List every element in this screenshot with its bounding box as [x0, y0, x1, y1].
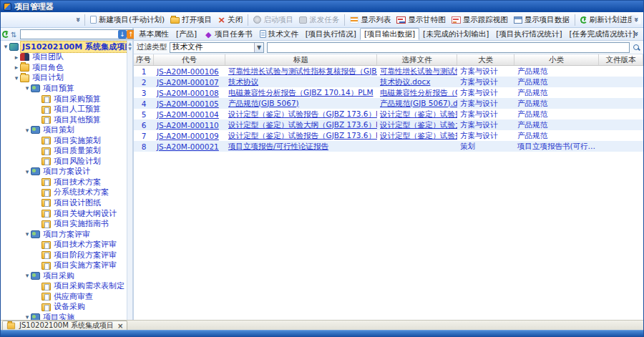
show-list-button[interactable]: 显示列表: [347, 14, 394, 26]
close-button[interactable]: 关闭: [215, 14, 245, 26]
collapse-arrow-icon[interactable]: ▾: [2, 43, 9, 50]
collapse-arrow-icon[interactable]: ▾: [24, 127, 31, 134]
new-project-button[interactable]: 新建项目(手动计划): [87, 14, 167, 26]
table-cell[interactable]: JS-A20M-000109: [154, 132, 225, 140]
table-cell[interactable]: 产品规范(GJB 5067).docx: [377, 99, 457, 109]
table-cell[interactable]: JS-A20M-000104: [154, 110, 225, 119]
table-cell[interactable]: JS-A20M-000107: [154, 78, 225, 87]
table-cell[interactable]: 项目立项报告/可行性论证报告: [225, 142, 377, 152]
table-cell[interactable]: 产品规范(GJB 5067): [225, 99, 377, 109]
tree-item[interactable]: ▾项目策划: [1, 124, 132, 135]
chevron-down-icon[interactable]: ▼: [254, 43, 263, 52]
tree-item[interactable]: ▾项目实施: [1, 312, 132, 320]
tree-item[interactable]: 项目采购预算: [1, 94, 132, 104]
tree-item[interactable]: 项目采购需求表制定: [1, 281, 132, 292]
column-header[interactable]: 文件版本: [599, 54, 643, 65]
table-cell[interactable]: 技术协议.docx: [377, 77, 457, 87]
tree-search-input[interactable]: [21, 30, 118, 39]
tree-item[interactable]: 项目技术方案评审: [1, 239, 132, 250]
table-row[interactable]: 8JS-A20M-000021项目立项报告/可行性论证报告策划项目立项报告书(可…: [134, 141, 643, 152]
show-gantt-button[interactable]: 显示甘特图: [394, 14, 449, 26]
expand-arrow-icon[interactable]: ▸: [13, 64, 20, 71]
tree-item[interactable]: 供应商审查: [1, 291, 132, 302]
tree-item[interactable]: 项目风险计划: [1, 156, 132, 167]
tree-item[interactable]: ▾项目方案评审: [1, 229, 132, 240]
collapse-arrow-icon[interactable]: ▾: [13, 74, 20, 82]
table-cell[interactable]: 电磁兼容性分析报告（GJBZ 170.14）PLM: [225, 88, 377, 98]
table-cell[interactable]: JS-A20M-000106: [154, 67, 225, 76]
tab-basic-properties[interactable]: 基本属性: [135, 28, 172, 40]
column-header[interactable]: 大类: [457, 54, 514, 65]
table-row[interactable]: 3JS-A20M-000108电磁兼容性分析报告（GJBZ 170.14）PLM…: [134, 87, 643, 98]
tree-refresh-icon[interactable]: [2, 31, 9, 38]
tree-item[interactable]: ▾项目计划: [1, 73, 132, 84]
search-next-icon[interactable]: ↓: [118, 30, 127, 39]
table-cell[interactable]: 设计定型（鉴定）试验大纲（GJBZ 173.6）PLM: [225, 120, 377, 130]
tab-project-output-data[interactable]: [项目输出数据]: [360, 28, 419, 40]
tab-execution-statistics[interactable]: [项目执行情况统计]: [492, 28, 565, 40]
table-row[interactable]: 1JS-A20M-000106可靠性增长试验与测试性指标复核报告（GJBZ 17…: [134, 66, 643, 77]
table-cell[interactable]: 技术协议: [225, 77, 377, 87]
table-row[interactable]: 4JS-A20M-000105产品规范(GJB 5067)产品规范(GJB 50…: [134, 98, 643, 109]
table-row[interactable]: 6JS-A20M-000110设计定型（鉴定）试验大纲（GJBZ 173.6）P…: [134, 119, 643, 130]
tree-item[interactable]: 项目设计图纸: [1, 197, 132, 208]
tree-item[interactable]: 项目阶段方案评审: [1, 250, 132, 260]
expand-arrow-icon[interactable]: ▸: [13, 54, 20, 61]
table-row[interactable]: 7JS-A20M-000109设计定型（鉴定）试验报告（GJBZ 173.6）P…: [134, 130, 643, 141]
collapse-arrow-icon[interactable]: ▾: [24, 313, 31, 320]
tree-item[interactable]: 项目关键大纲设计: [1, 208, 132, 219]
close-project-tab-icon[interactable]: ×: [117, 322, 123, 330]
tab-unfinished-plan-output[interactable]: [未完成的计划输出]: [419, 28, 492, 40]
tree-item[interactable]: 项目其他预算: [1, 114, 132, 125]
refresh-plan-progress-button[interactable]: 刷新计划进度: [577, 14, 638, 26]
tab-task-completion-statistics[interactable]: [任务完成情况统计]: [566, 28, 639, 40]
tab-product[interactable]: [产品]: [172, 28, 200, 40]
tree-item[interactable]: 项目人工预算: [1, 104, 132, 114]
tabs-overflow-chevron-icon[interactable]: »: [632, 30, 641, 39]
tree-item[interactable]: 分系统技术方案: [1, 187, 132, 198]
open-project-button[interactable]: 打开项目: [167, 14, 215, 26]
filter-search-input[interactable]: [267, 42, 630, 53]
table-cell[interactable]: 设计定型（鉴定）试验报告（GJBZ 1…: [377, 109, 457, 119]
table-cell[interactable]: JS-A20M-000021: [154, 142, 225, 151]
tree-item[interactable]: ▾项目预算: [1, 83, 132, 94]
tree-item[interactable]: 项目实施指南书: [1, 218, 132, 229]
table-cell[interactable]: JS-A20M-000110: [154, 121, 225, 130]
table-cell[interactable]: 设计定型（鉴定）试验报告（GJBZ 173.6）PLM: [225, 131, 377, 141]
tree-item[interactable]: 项目实施方案评审: [1, 260, 132, 270]
table-cell[interactable]: 可靠性增长试验与测试性指标复核报告（GJBZ 178.13）PLM: [225, 67, 377, 77]
tree-item[interactable]: 项目实施策划: [1, 135, 132, 146]
tree-item[interactable]: 项目质量策划: [1, 145, 132, 156]
tree-scrollbar[interactable]: ▲▼: [127, 41, 132, 320]
column-header[interactable]: 小类: [514, 54, 599, 65]
tree-collapse-all-icon[interactable]: [11, 30, 19, 38]
tree-item[interactable]: ▾项目方案设计: [1, 167, 132, 177]
tree-item[interactable]: ▸项目角色: [1, 62, 132, 73]
show-trace-view-button[interactable]: 显示跟踪视图: [449, 14, 511, 26]
table-cell[interactable]: 可靠性增长试验与测试性指标复…: [377, 67, 457, 77]
column-header[interactable]: 标题: [225, 54, 377, 65]
table-row[interactable]: 2JS-A20M-000107技术协议技术协议.docx方案与设计产品规范: [134, 77, 643, 87]
collapse-arrow-icon[interactable]: ▾: [24, 84, 31, 92]
table-cell[interactable]: 设计定型（鉴定）试验报告（GJBZ 173.6）PLM: [225, 109, 377, 119]
collapse-arrow-icon[interactable]: ▾: [24, 272, 31, 279]
tree-item[interactable]: ▾JS10202100M 系统集成项目: [1, 41, 132, 52]
toolbar-overflow-chevron-icon[interactable]: »: [632, 16, 641, 24]
tree-item[interactable]: 设备采购: [1, 302, 132, 313]
table-cell[interactable]: 设计定型（鉴定）试验报告（GJBZ 1…: [377, 131, 457, 141]
open-project-tab[interactable]: JS10202100M 系统集成项目 ×: [2, 321, 127, 330]
tab-tech-document[interactable]: 技术文件: [256, 28, 302, 40]
show-project-data-button[interactable]: 显示项目数据: [511, 14, 572, 26]
table-row[interactable]: 5JS-A20M-000104设计定型（鉴定）试验报告（GJBZ 173.6）P…: [134, 109, 643, 119]
table-cell[interactable]: 电磁兼容性分析报告（GJB…: [377, 88, 457, 98]
tree-item[interactable]: ▸项目团队: [1, 52, 132, 63]
tree-item[interactable]: 项目技术方案: [1, 177, 132, 187]
collapse-arrow-icon[interactable]: ▾: [24, 230, 31, 238]
collapse-arrow-icon[interactable]: ▾: [24, 168, 31, 175]
tab-project-task-book[interactable]: 项目任务书: [200, 28, 256, 40]
search-icon[interactable]: [633, 44, 640, 52]
table-cell[interactable]: 设计定型（鉴定）试验大纲（GJBZ 1…: [377, 120, 457, 130]
toolbar-left-chevron-icon[interactable]: »: [74, 16, 83, 24]
tree-item[interactable]: ▾项目采购: [1, 270, 132, 281]
filter-type-combobox[interactable]: 技术文件 ▼: [170, 42, 264, 53]
